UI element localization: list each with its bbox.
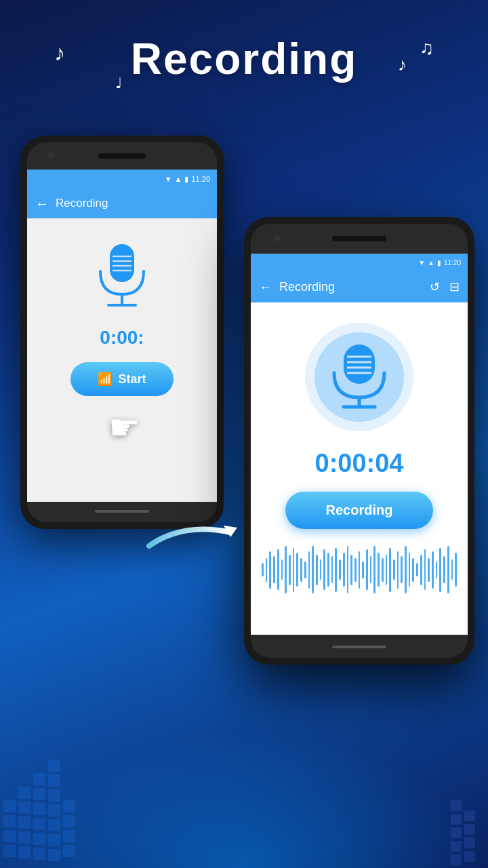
wave-bar: [343, 553, 345, 587]
record-btn-back[interactable]: 📶 Start: [70, 362, 173, 396]
wifi-icon: ▲: [175, 175, 182, 183]
svg-rect-30: [451, 854, 462, 865]
bg-grid-right: [447, 665, 488, 868]
svg-rect-19: [48, 819, 60, 831]
phone-back-speaker: [98, 153, 146, 159]
bg-grid-left: [0, 665, 108, 868]
phone-front-statusbar: ▼ ▲ ▮ 11:20: [251, 254, 468, 271]
svg-rect-23: [63, 815, 75, 827]
wave-bar: [296, 553, 298, 587]
wave-bar: [308, 551, 310, 589]
wave-bar: [331, 556, 333, 583]
wave-bar: [354, 558, 357, 582]
svg-rect-9: [33, 773, 45, 785]
wave-bar: [366, 549, 368, 590]
waveform: [262, 542, 457, 597]
svg-rect-32: [464, 824, 475, 835]
wave-bar: [393, 559, 395, 580]
svg-rect-8: [18, 846, 30, 859]
arrow-container: [142, 509, 258, 559]
wave-bar: [424, 549, 426, 590]
wave-bar: [373, 546, 375, 593]
back-arrow-front[interactable]: ←: [259, 279, 272, 295]
svg-rect-17: [48, 789, 60, 802]
wave-bar: [378, 553, 380, 587]
mic-container: [305, 323, 413, 431]
wave-bar: [451, 559, 453, 580]
music-note-4: ♫: [420, 37, 434, 59]
svg-rect-0: [3, 800, 16, 812]
wave-bar: [262, 563, 264, 576]
wave-bar: [386, 555, 388, 585]
wave-bar: [281, 559, 283, 580]
svg-rect-20: [48, 834, 60, 846]
wave-bar: [293, 548, 295, 592]
wave-bar: [359, 551, 361, 589]
wave-bar: [347, 546, 349, 593]
wave-bar: [289, 555, 291, 585]
wave-bar: [316, 555, 318, 585]
arrow-svg: [142, 509, 258, 556]
undo-icon[interactable]: ↺: [430, 279, 440, 294]
wave-bar: [350, 555, 352, 585]
wave-bar: [397, 551, 399, 589]
svg-rect-21: [48, 849, 60, 861]
svg-rect-15: [48, 760, 60, 772]
wave-bar: [382, 558, 384, 582]
svg-rect-33: [464, 837, 475, 848]
phone-back: ▼ ▲ ▮ 11:20 ← Recording: [20, 136, 224, 529]
status-time-front: 11:20: [444, 259, 461, 267]
wave-bar: [320, 559, 322, 580]
back-arrow-back[interactable]: ←: [35, 196, 49, 212]
wave-bar: [443, 556, 445, 583]
wave-bar: [428, 558, 430, 582]
svg-rect-14: [33, 848, 45, 860]
wave-bar: [362, 561, 364, 578]
svg-rect-5: [18, 802, 30, 814]
svg-rect-16: [48, 774, 60, 787]
phone-back-appbar: ← Recording: [27, 189, 217, 218]
mic-svg-front: [329, 342, 390, 412]
wave-bar: [409, 553, 411, 587]
wave-bar: [277, 549, 279, 590]
phone-front-appbar: ← Recording ↺ ⊟: [251, 271, 468, 302]
svg-rect-35: [110, 244, 134, 282]
svg-rect-27: [451, 814, 462, 825]
hand-cursor: ☛: [108, 407, 140, 448]
wave-bar: [285, 546, 287, 593]
wave-bar: [312, 546, 314, 593]
save-icon[interactable]: ⊟: [449, 279, 460, 294]
phone-back-screen: ▼ ▲ ▮ 11:20 ← Recording: [27, 170, 217, 502]
home-bar-back: [95, 510, 149, 513]
recording-button[interactable]: Recording: [285, 492, 434, 529]
phone-front-speaker: [332, 236, 386, 241]
wave-bar: [339, 559, 341, 580]
phone-front-content: 0:00:04 Recording: [251, 302, 468, 635]
timer-front: 0:00:04: [315, 449, 404, 478]
phone-back-camera: [47, 152, 54, 159]
svg-rect-18: [48, 804, 60, 816]
svg-rect-11: [33, 803, 45, 815]
wave-bar: [335, 548, 337, 592]
mic-icon-back: [88, 239, 156, 313]
svg-rect-22: [63, 800, 75, 812]
phone-back-inner: ▼ ▲ ▮ 11:20 ← Recording: [27, 142, 217, 522]
phone-back-statusbar: ▼ ▲ ▮ 11:20: [27, 170, 217, 189]
svg-rect-3: [3, 845, 16, 857]
wave-bar: [273, 556, 275, 583]
svg-rect-1: [3, 815, 16, 827]
svg-rect-13: [33, 833, 45, 845]
phone-front: ▼ ▲ ▮ 11:20 ← Recording ↺ ⊟: [244, 217, 474, 665]
appbar-title-front: Recording: [279, 280, 423, 294]
wave-bar: [269, 551, 271, 589]
appbar-icons: ↺ ⊟: [430, 279, 460, 294]
svg-rect-2: [3, 830, 16, 842]
svg-rect-4: [18, 787, 30, 799]
svg-rect-29: [451, 841, 462, 852]
title-area: ♪ ♫ Recording ♩ ♪: [0, 34, 488, 84]
page-title: Recording: [0, 34, 488, 84]
wave-bar: [401, 556, 403, 583]
wave-bar: [416, 563, 418, 576]
wave-bar: [432, 551, 434, 589]
appbar-title-back: Recording: [56, 197, 108, 210]
